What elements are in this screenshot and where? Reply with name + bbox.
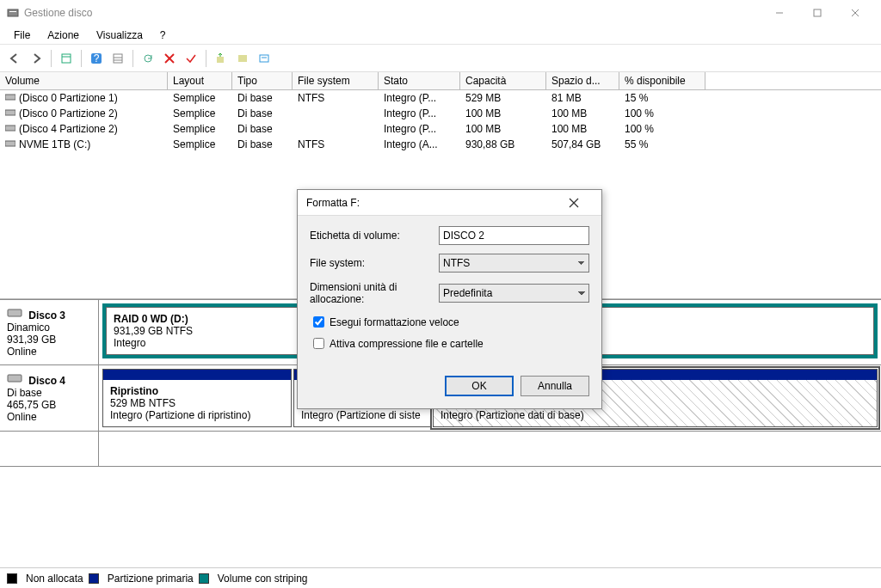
dialog-titlebar: Formatta F:: [298, 190, 601, 216]
menu-azione[interactable]: Azione: [39, 28, 88, 43]
label-volume: Etichetta di volume:: [310, 230, 439, 242]
volume-list-header: Volume Layout Tipo File system Stato Cap…: [0, 72, 881, 90]
minimize-button[interactable]: [761, 1, 798, 25]
back-button[interactable]: [5, 49, 24, 68]
volume-row[interactable]: (Disco 0 Partizione 1)SempliceDi baseNTF…: [0, 90, 881, 106]
detail-view-icon[interactable]: [108, 49, 127, 68]
toolbar: ?: [0, 45, 881, 72]
maximize-button[interactable]: [798, 1, 836, 25]
svg-rect-25: [8, 375, 22, 382]
label-fs: File system:: [310, 257, 439, 269]
svg-rect-16: [217, 57, 224, 63]
legend-swatch-unalloc: [7, 573, 17, 584]
col-fs[interactable]: File system: [293, 72, 379, 89]
check-icon[interactable]: [182, 49, 200, 68]
disk-icon: [7, 307, 24, 319]
svg-rect-1: [9, 11, 16, 12]
dialog-title-text: Formatta F:: [306, 197, 360, 209]
menu-file[interactable]: File: [5, 28, 39, 43]
refresh-icon[interactable]: [139, 49, 157, 68]
forward-button[interactable]: [27, 49, 46, 68]
svg-text:?: ?: [94, 52, 100, 64]
action1-icon[interactable]: [212, 49, 231, 68]
svg-rect-20: [5, 95, 15, 100]
help-icon[interactable]: ?: [87, 49, 106, 68]
svg-rect-10: [114, 54, 122, 63]
col-tipo[interactable]: Tipo: [232, 72, 293, 89]
select-alloc[interactable]: Predefinita: [439, 284, 589, 303]
col-stato[interactable]: Stato: [379, 72, 460, 89]
checkbox-quick-format[interactable]: [313, 316, 324, 328]
svg-rect-23: [5, 141, 15, 146]
close-button[interactable]: [836, 1, 874, 25]
legend: Non allocata Partizione primaria Volume …: [0, 567, 881, 588]
svg-rect-17: [238, 55, 247, 62]
col-volume[interactable]: Volume: [0, 72, 168, 89]
delete-icon[interactable]: [160, 49, 179, 68]
ok-button[interactable]: OK: [445, 376, 514, 396]
col-cap[interactable]: Capacità: [460, 72, 546, 89]
volume-row[interactable]: (Disco 0 Partizione 2)SempliceDi baseInt…: [0, 106, 881, 121]
cancel-button[interactable]: Annulla: [521, 376, 589, 396]
partition-ripristino[interactable]: Ripristino 529 MB NTFS Integro (Partizio…: [102, 369, 292, 427]
label-quick-format: Esegui formattazione veloce: [330, 316, 459, 328]
svg-rect-3: [814, 9, 821, 16]
window-title: Gestione disco: [24, 7, 92, 19]
input-volume-label[interactable]: [439, 226, 589, 245]
svg-rect-0: [8, 9, 18, 16]
volume-row[interactable]: (Disco 4 Partizione 2)SempliceDi baseInt…: [0, 121, 881, 137]
col-layout[interactable]: Layout: [168, 72, 232, 89]
dialog-close-button[interactable]: [569, 198, 593, 208]
col-free[interactable]: Spazio d...: [546, 72, 619, 89]
menu-visualizza[interactable]: Visualizza: [88, 28, 151, 43]
legend-swatch-stripe: [199, 573, 209, 584]
format-dialog: Formatta F: Etichetta di volume: File sy…: [297, 189, 602, 409]
disk-icon: [7, 372, 24, 384]
menubar: File Azione Visualizza ?: [0, 26, 881, 45]
svg-rect-18: [260, 55, 268, 62]
view-button[interactable]: [57, 49, 76, 68]
svg-rect-24: [8, 309, 22, 316]
legend-swatch-primary: [89, 573, 99, 584]
disk4-info: Disco 4 Di base 465,75 GB Online: [0, 365, 99, 431]
action3-icon[interactable]: [255, 49, 274, 68]
app-icon: [7, 7, 19, 19]
titlebar: Gestione disco: [0, 0, 881, 26]
volume-row[interactable]: NVME 1TB (C:)SempliceDi baseNTFSIntegro …: [0, 137, 881, 152]
select-fs[interactable]: NTFS: [439, 254, 589, 273]
svg-rect-21: [5, 110, 15, 115]
checkbox-compress[interactable]: [313, 338, 324, 349]
label-compress: Attiva compressione file e cartelle: [330, 338, 484, 350]
label-alloc: Dimensioni unità di allocazione:: [310, 281, 439, 305]
col-pct[interactable]: % disponibile: [619, 72, 705, 89]
disk3-info: Disco 3 Dinamico 931,39 GB Online: [0, 300, 99, 364]
menu-help[interactable]: ?: [151, 28, 175, 43]
action2-icon[interactable]: [233, 49, 252, 68]
svg-rect-6: [62, 54, 71, 63]
svg-rect-22: [5, 126, 15, 131]
